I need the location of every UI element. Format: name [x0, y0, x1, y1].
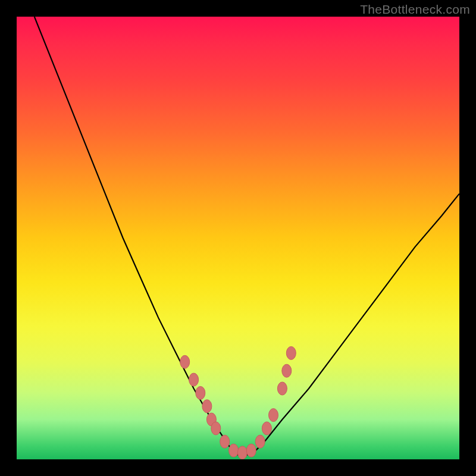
watermark-text: TheBottleneck.com: [360, 2, 470, 17]
curve-marker: [237, 446, 247, 459]
curve-marker: [286, 346, 296, 359]
curve-marker: [180, 355, 190, 368]
curve-marker: [229, 444, 239, 457]
curve-markers: [180, 346, 296, 459]
curve-marker: [246, 444, 256, 457]
bottleneck-curve: [35, 17, 459, 455]
curve-marker: [202, 400, 212, 413]
curve-marker: [277, 382, 287, 395]
plot-area: [17, 17, 459, 459]
curve-marker: [196, 386, 205, 399]
curve-marker: [220, 435, 230, 448]
curve-marker: [282, 364, 292, 377]
curve-marker: [189, 373, 199, 386]
curve-layer: [17, 17, 459, 459]
chart-frame: TheBottleneck.com: [0, 0, 476, 476]
curve-marker: [255, 435, 265, 448]
curve-marker: [269, 409, 278, 422]
curve-marker: [211, 422, 221, 435]
curve-marker: [262, 422, 271, 435]
